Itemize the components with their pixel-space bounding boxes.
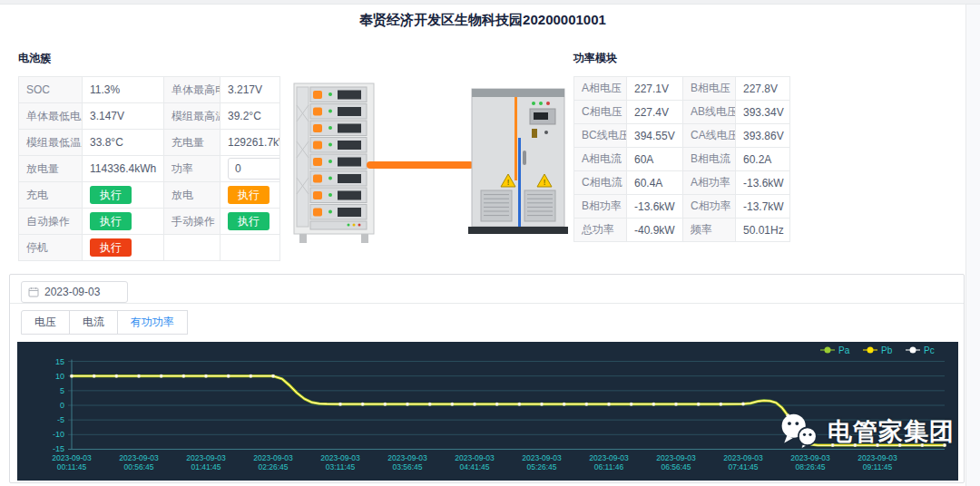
manual-operation-execute-button[interactable]: 执行 — [228, 212, 270, 230]
svg-text:2023-09-03: 2023-09-03 — [790, 453, 830, 462]
cell-value: 393.34V — [736, 101, 790, 124]
cell-label: 模组最低温度 — [19, 130, 83, 156]
cell-label: 放电 — [164, 182, 220, 209]
svg-text:2023-09-03: 2023-09-03 — [52, 453, 92, 462]
top-strip — [0, 0, 980, 5]
svg-text:2023-09-03: 2023-09-03 — [387, 453, 427, 462]
svg-text:02:26:45: 02:26:45 — [258, 462, 288, 471]
card-divider — [10, 303, 964, 304]
cell-label: AB线电压 — [683, 101, 736, 124]
svg-text:05:26:45: 05:26:45 — [526, 462, 556, 471]
svg-text:Pc: Pc — [924, 345, 935, 355]
svg-text:-10: -10 — [53, 430, 64, 439]
active-power-chart-panel: 151050-5-10-152023-09-0300:11:452023-09-… — [17, 342, 958, 481]
cell-value: -13.6kW — [627, 195, 683, 219]
cell-action: 执行 — [83, 182, 164, 209]
discharge-execute-button[interactable]: 执行 — [228, 186, 270, 204]
auto-operation-execute-button[interactable]: 执行 — [90, 212, 132, 230]
cell-value: 60.2A — [736, 148, 790, 171]
cell-label: B相电压 — [683, 77, 736, 101]
legend-item-pb[interactable]: Pb — [863, 345, 893, 355]
cell-label: 手动操作 — [164, 209, 220, 235]
battery-section-title: 电池簇 — [18, 51, 51, 66]
cell-value: 114336.4kWh — [83, 156, 164, 182]
cell-value: 3.147V — [83, 103, 164, 130]
cell-label: 停机 — [19, 235, 83, 261]
cell-value: 227.8V — [736, 77, 790, 101]
svg-text:10: 10 — [55, 372, 64, 381]
svg-text:!: ! — [507, 178, 510, 187]
cell-label: A相电压 — [574, 77, 627, 101]
legend-item-pa[interactable]: Pa — [820, 345, 850, 355]
cell-value: 393.86V — [736, 124, 790, 148]
energy-storage-dashboard: 奉贤经济开发区生物科技园20200001001 电池簇 SOC11.3%单体最高… — [0, 0, 980, 486]
cell-value: -13.6kW — [736, 171, 790, 195]
cell-label: 充电量 — [164, 130, 220, 156]
cell-input — [220, 156, 280, 182]
svg-text:-5: -5 — [57, 415, 64, 424]
cell-label: CA线电压 — [683, 124, 736, 148]
power-setpoint-input[interactable] — [228, 158, 280, 180]
cell-label: 放电量 — [19, 156, 83, 182]
cell-label: 总功率 — [574, 219, 627, 242]
svg-text:08:26:45: 08:26:45 — [795, 462, 825, 471]
cell-value: -40.9kW — [627, 219, 683, 242]
cell-value: 39.2°C — [220, 103, 280, 130]
svg-text:01:41:45: 01:41:45 — [191, 462, 220, 471]
tab-voltage[interactable]: 电压 — [21, 310, 70, 335]
date-value: 2023-09-03 — [44, 286, 100, 298]
svg-text:2023-09-03: 2023-09-03 — [186, 453, 226, 462]
calendar-icon — [28, 287, 39, 297]
svg-text:04:41:45: 04:41:45 — [459, 462, 489, 471]
date-input[interactable]: 2023-09-03 — [21, 281, 128, 303]
cell-label: 频率 — [683, 219, 736, 242]
cell-value: 394.55V — [627, 124, 683, 148]
cell-empty — [164, 235, 220, 261]
tab-active-power[interactable]: 有功功率 — [117, 310, 188, 335]
cell-label: SOC — [19, 77, 83, 103]
charge-execute-button[interactable]: 执行 — [90, 186, 132, 204]
svg-text:06:56:45: 06:56:45 — [661, 462, 691, 471]
svg-text:00:11:45: 00:11:45 — [57, 462, 87, 471]
cell-value: -13.7kW — [736, 195, 790, 219]
svg-text:2023-09-03: 2023-09-03 — [656, 453, 696, 462]
cell-label: B相电流 — [683, 148, 736, 171]
svg-text:07:41:45: 07:41:45 — [728, 462, 758, 471]
legend-item-pc[interactable]: Pc — [906, 345, 935, 355]
svg-text:2023-09-03: 2023-09-03 — [723, 453, 763, 462]
chart-tabs: 电压电流有功功率 — [21, 310, 188, 335]
history-chart-card: 2023-09-03 电压电流有功功率 151050-5-10-152023-0… — [9, 274, 965, 483]
cell-label: 充电 — [19, 182, 83, 209]
cell-label: BC线电压 — [574, 124, 627, 148]
cell-label: 单体最低电压 — [19, 103, 83, 130]
cell-label: 模组最高温度 — [164, 103, 220, 130]
cell-value: 50.01Hz — [736, 219, 790, 242]
svg-text:2023-09-03: 2023-09-03 — [320, 453, 360, 462]
cell-action: 执行 — [220, 182, 280, 209]
svg-text:09:11:45: 09:11:45 — [863, 462, 893, 471]
cell-label: 功率 — [164, 156, 220, 182]
cell-label: C相功率 — [683, 195, 736, 219]
svg-text:2023-09-03: 2023-09-03 — [589, 453, 629, 462]
cell-action: 执行 — [83, 209, 164, 235]
shutdown-execute-button[interactable]: 执行 — [90, 238, 132, 257]
svg-text:06:11:46: 06:11:46 — [594, 462, 624, 471]
series-line-pc — [72, 376, 945, 446]
power-module-section-title: 功率模块 — [573, 51, 617, 66]
svg-text:Pb: Pb — [881, 345, 893, 355]
cell-value: 227.1V — [627, 77, 683, 101]
battery-cluster-table: SOC11.3%单体最高电压3.217V单体最低电压3.147V模组最高温度39… — [18, 76, 280, 261]
tab-current[interactable]: 电流 — [69, 310, 118, 335]
svg-text:00:56:45: 00:56:45 — [123, 462, 153, 471]
svg-text:2023-09-03: 2023-09-03 — [455, 453, 495, 462]
cell-label: 单体最高电压 — [164, 77, 220, 103]
cell-label: C相电压 — [574, 101, 627, 124]
svg-text:-15: -15 — [53, 444, 64, 453]
cell-value: 129261.7kWh — [220, 130, 280, 156]
power-module-table: A相电压227.1VB相电压227.8VC相电压227.4VAB线电压393.3… — [573, 76, 790, 242]
active-power-chart[interactable]: 151050-5-10-152023-09-0300:11:452023-09-… — [17, 342, 958, 481]
cell-value: 3.217V — [220, 77, 280, 103]
svg-text:!: ! — [544, 178, 546, 187]
cell-label: 自动操作 — [19, 209, 83, 235]
svg-text:Pa: Pa — [838, 345, 850, 355]
